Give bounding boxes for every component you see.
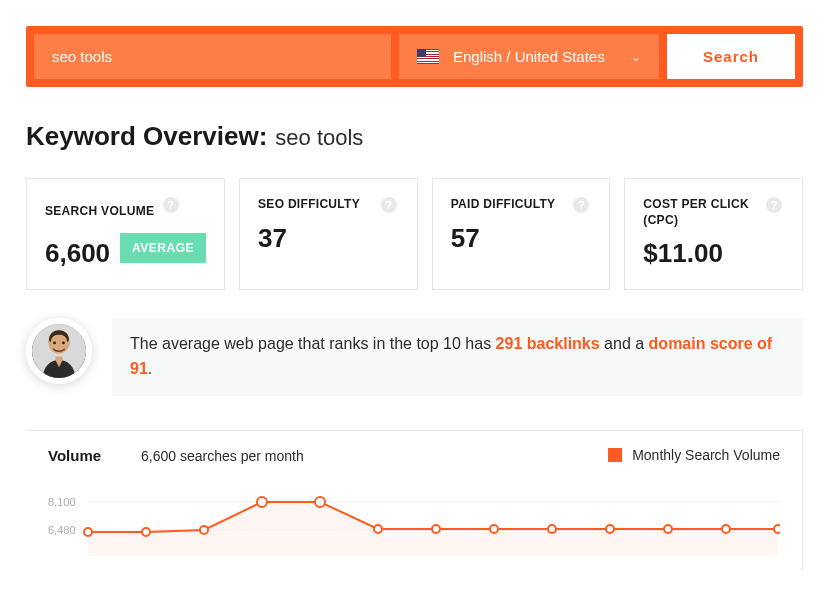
svg-point-18	[774, 525, 780, 533]
chart-legend: Monthly Search Volume	[608, 447, 780, 463]
card-cpc: COST PER CLICK (CPC) ? $11.00	[624, 178, 803, 290]
legend-label: Monthly Search Volume	[632, 447, 780, 463]
card-seo-difficulty: SEO DIFFICULTY ? 37	[239, 178, 418, 290]
svg-point-7	[142, 528, 150, 536]
card-value: $11.00	[643, 238, 784, 269]
chevron-down-icon: ⌄	[631, 50, 641, 64]
keyword-input[interactable]	[34, 34, 391, 79]
language-label: English / United States	[453, 48, 605, 65]
search-button[interactable]: Search	[667, 34, 795, 79]
chart-svg: 8,100 6,480	[48, 484, 780, 556]
insight-text: The average web page that ranks in the t…	[112, 318, 803, 396]
card-paid-difficulty: PAID DIFFICULTY ? 57	[432, 178, 611, 290]
search-bar: English / United States ⌄ Search	[26, 26, 803, 87]
chart-title: Volume	[48, 447, 101, 464]
card-label: SEO DIFFICULTY	[258, 197, 399, 213]
help-icon[interactable]: ?	[766, 197, 782, 213]
card-label: COST PER CLICK (CPC)	[643, 197, 784, 228]
svg-point-17	[722, 525, 730, 533]
svg-point-3	[62, 342, 65, 345]
insight-backlinks: 291 backlinks	[496, 335, 600, 352]
us-flag-icon	[417, 49, 439, 64]
volume-chart: Volume 6,600 searches per month Monthly …	[26, 430, 803, 570]
svg-point-12	[432, 525, 440, 533]
svg-point-14	[548, 525, 556, 533]
legend-swatch-icon	[608, 448, 622, 462]
card-search-volume: SEARCH VOLUME ? 6,600 AVERAGE	[26, 178, 225, 290]
card-value: 57	[451, 223, 592, 254]
svg-point-16	[664, 525, 672, 533]
svg-point-11	[374, 525, 382, 533]
metric-cards: SEARCH VOLUME ? 6,600 AVERAGE SEO DIFFIC…	[26, 178, 803, 290]
volume-badge: AVERAGE	[120, 233, 206, 263]
svg-point-6	[84, 528, 92, 536]
language-select[interactable]: English / United States ⌄	[399, 34, 659, 79]
insight-pre: The average web page that ranks in the t…	[130, 335, 496, 352]
insight-post: .	[148, 360, 152, 377]
svg-point-8	[200, 526, 208, 534]
avatar	[26, 318, 92, 384]
card-label: SEARCH VOLUME	[45, 204, 154, 218]
card-value: 37	[258, 223, 399, 254]
title-keyword: seo tools	[275, 125, 363, 151]
svg-point-10	[315, 497, 325, 507]
svg-point-15	[606, 525, 614, 533]
page-title: Keyword Overview: seo tools	[26, 121, 803, 152]
help-icon[interactable]: ?	[381, 197, 397, 213]
card-value: 6,600	[45, 238, 110, 269]
y-tick-0: 8,100	[48, 496, 76, 508]
y-tick-1: 6,480	[48, 524, 76, 536]
svg-point-2	[53, 342, 56, 345]
chart-subtitle: 6,600 searches per month	[141, 448, 304, 464]
svg-point-9	[257, 497, 267, 507]
card-label: PAID DIFFICULTY	[451, 197, 592, 213]
insight-row: The average web page that ranks in the t…	[26, 318, 803, 396]
title-prefix: Keyword Overview:	[26, 121, 267, 152]
help-icon[interactable]: ?	[163, 197, 179, 213]
insight-mid: and a	[600, 335, 649, 352]
svg-point-13	[490, 525, 498, 533]
